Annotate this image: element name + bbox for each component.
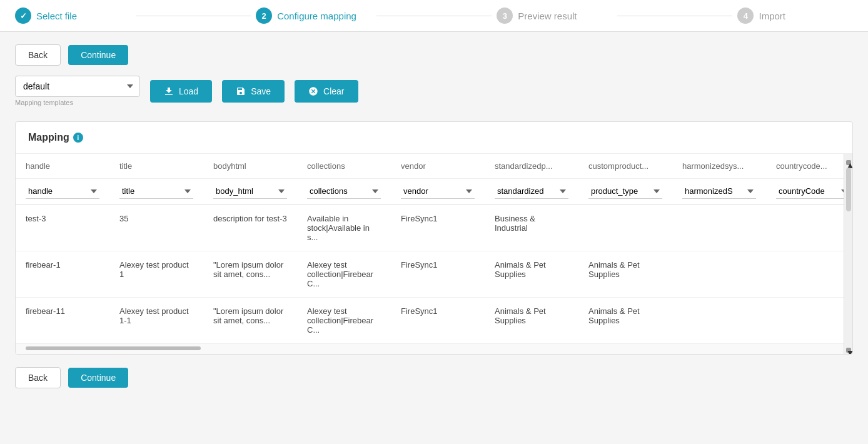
cell-customproduct-2: Animals & Pet Supplies [578, 251, 672, 298]
load-button[interactable]: Load [150, 80, 212, 103]
mapping-select-standardizedp[interactable]: standardized handle [495, 184, 568, 199]
step-line-2 [376, 16, 492, 16]
step-circle-3: 3 [497, 8, 513, 24]
save-button[interactable]: Save [222, 80, 285, 103]
cell-harmonizedsys-3 [672, 298, 766, 344]
stepper: ✓ Select file 2 Configure mapping 3 Prev… [0, 0, 868, 32]
mapping-select-harmonizedsys[interactable]: harmonizedS handle [682, 184, 756, 199]
step-label-2: Configure mapping [277, 11, 356, 21]
mapping-select-vendor[interactable]: vendor handle title [401, 184, 475, 199]
cell-customproduct-3: Animals & Pet Supplies [578, 298, 672, 344]
mapping-table-wrapper[interactable]: handle title bodyhtml collections vendor… [16, 154, 844, 354]
mapping-select-collections-cell: collections handle vendor [297, 179, 391, 205]
col-header-title: title [109, 154, 203, 179]
mapping-header: Mapping i [16, 122, 852, 154]
mapping-info-icon[interactable]: i [73, 133, 83, 143]
col-header-vendor: vendor [391, 154, 485, 179]
step-select-file[interactable]: ✓ Select file [15, 8, 131, 24]
main-content: Back Continue default Mapping templates … [0, 32, 868, 438]
table-row: firebear-1 Alexey test product 1 "Lorem … [16, 251, 844, 298]
step-line-1 [136, 16, 251, 16]
mapping-selects-row: handle title body_html vendor title hand… [16, 179, 844, 205]
cell-handle-1: test-3 [16, 204, 109, 251]
cell-countrycode-2 [766, 251, 844, 298]
mapping-panel: Mapping i handle title bodyhtml collecti… [15, 121, 853, 355]
mapping-select-standardizedp-cell: standardized handle [485, 179, 578, 205]
clear-label: Clear [323, 86, 344, 96]
cell-bodyhtml-3: "Lorem ipsum dolor sit amet, cons... [203, 298, 297, 344]
col-header-harmonizedsys: harmonizedsys... [672, 154, 766, 179]
continue-button-bottom[interactable]: Continue [68, 368, 128, 388]
step-circle-4: 4 [737, 8, 754, 24]
save-icon [236, 86, 246, 96]
mapping-select-title[interactable]: title handle body_html [119, 184, 193, 199]
load-label: Load [179, 86, 198, 96]
col-header-bodyhtml: bodyhtml [203, 154, 297, 179]
mapping-select-bodyhtml-cell: body_html handle title [203, 179, 297, 205]
mapping-select-customproduct[interactable]: product_type handle [588, 184, 662, 199]
cell-collections-2: Alexey test collection|Firebear C... [297, 251, 391, 298]
column-headers-row: handle title bodyhtml collections vendor… [16, 154, 844, 179]
cell-countrycode-1 [766, 204, 844, 251]
cell-customproduct-1 [578, 204, 672, 251]
step-line-3 [617, 16, 733, 16]
cell-title-1: 35 [109, 204, 203, 251]
table-row: test-3 35 description for test-3 Availab… [16, 204, 844, 251]
cell-harmonizedsys-1 [672, 204, 766, 251]
mapping-select-bodyhtml[interactable]: body_html handle title [213, 184, 287, 199]
step-circle-2: 2 [256, 8, 272, 24]
cell-collections-1: Available in stock|Available in s... [297, 204, 391, 251]
cell-bodyhtml-2: "Lorem ipsum dolor sit amet, cons... [203, 251, 297, 298]
mapping-select-countrycode[interactable]: countryCode handle [776, 184, 844, 199]
vscrollbar: ▲ ▼ [844, 154, 852, 354]
col-header-standardizedp: standardizedp... [485, 154, 578, 179]
back-button-bottom[interactable]: Back [15, 367, 61, 388]
hscrollbar-track [16, 343, 844, 354]
mapping-select-collections[interactable]: collections handle vendor [307, 184, 381, 199]
cell-handle-3: firebear-11 [16, 298, 109, 344]
mapping-select-harmonizedsys-cell: harmonizedS handle [672, 179, 766, 205]
step-label-1: Select file [36, 11, 77, 21]
cell-vendor-1: FireSync1 [391, 204, 485, 251]
mapping-select-handle[interactable]: handle title body_html vendor [26, 184, 99, 199]
back-button-top[interactable]: Back [15, 44, 61, 66]
clear-button[interactable]: Clear [295, 80, 358, 103]
save-label: Save [251, 86, 271, 96]
bottom-bar: Back Continue [15, 367, 853, 388]
step-configure-mapping[interactable]: 2 Configure mapping [256, 8, 371, 24]
cell-bodyhtml-1: description for test-3 [203, 204, 297, 251]
step-label-4: Import [759, 11, 785, 21]
mapping-title: Mapping [28, 132, 69, 143]
mapping-select-countrycode-cell: countryCode handle [766, 179, 844, 205]
template-select-wrapper: default Mapping templates [15, 76, 140, 106]
table-row: firebear-11 Alexey test product 1-1 "Lor… [16, 298, 844, 344]
mapping-table: handle title bodyhtml collections vendor… [16, 154, 844, 343]
top-bar: Back Continue [15, 44, 853, 66]
step-label-3: Preview result [518, 11, 577, 21]
step-preview-result[interactable]: 3 Preview result [497, 8, 612, 24]
mapping-scroll-container: handle title bodyhtml collections vendor… [16, 154, 852, 354]
col-header-handle: handle [16, 154, 109, 179]
mapping-select-handle-cell: handle title body_html vendor [16, 179, 109, 205]
cell-standardizedp-2: Animals & Pet Supplies [485, 251, 578, 298]
mapping-select-title-cell: title handle body_html [109, 179, 203, 205]
vscrollbar-up-arrow: ▲ [846, 160, 851, 165]
continue-button-top[interactable]: Continue [68, 45, 128, 65]
cell-collections-3: Alexey test collection|Firebear C... [297, 298, 391, 344]
cell-countrycode-3 [766, 298, 844, 344]
cell-standardizedp-3: Animals & Pet Supplies [485, 298, 578, 344]
col-header-collections: collections [297, 154, 391, 179]
template-bar: default Mapping templates Load Save Clea… [15, 76, 853, 106]
step-import[interactable]: 4 Import [737, 8, 853, 24]
template-select[interactable]: default [15, 76, 140, 97]
cell-vendor-3: FireSync1 [391, 298, 485, 344]
load-icon [164, 86, 174, 96]
template-label: Mapping templates [15, 99, 140, 106]
vscrollbar-down-arrow: ▼ [846, 348, 851, 353]
vscrollbar-thumb [846, 168, 851, 211]
col-header-customproduct: customproduct... [578, 154, 672, 179]
cell-title-2: Alexey test product 1 [109, 251, 203, 298]
step-circle-1: ✓ [15, 8, 31, 24]
cell-standardizedp-1: Business & Industrial [485, 204, 578, 251]
cell-handle-2: firebear-1 [16, 251, 109, 298]
